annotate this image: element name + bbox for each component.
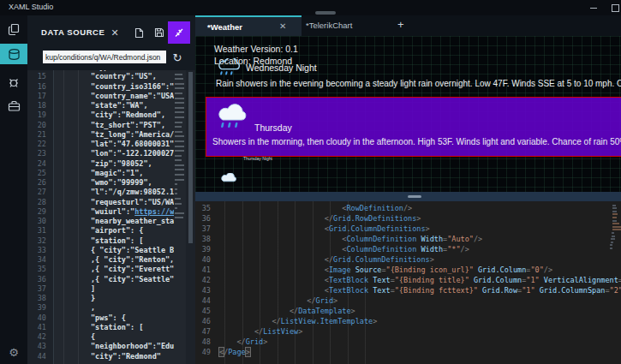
tab-telerikchart[interactable]: *TelerikChart (306, 21, 352, 30)
xaml-code-line[interactable]: 35 <RowDefinition/> (195, 203, 621, 213)
json-code-line[interactable]: 29"wuiurl":"https://ww (27, 207, 195, 217)
json-code-line[interactable]: 15"country":"US", (27, 72, 195, 81)
new-file-button[interactable] (132, 27, 146, 39)
data-url-input[interactable] (43, 51, 166, 63)
forecast-text: Showers in the morning, then cloudy in t… (212, 137, 621, 146)
bug-icon (8, 76, 20, 88)
tab-drag-indicator (315, 11, 336, 15)
refresh-button[interactable]: ↻ (170, 50, 185, 65)
json-code-line[interactable]: 16"country_iso3166":"US (27, 82, 195, 92)
close-panel-button[interactable]: ✕ (108, 27, 122, 39)
json-code-line[interactable]: 18"state":"WA", (27, 101, 195, 110)
json-code-line[interactable]: 30"nearby_weather_stat (27, 217, 195, 226)
scrollbar-thumb[interactable] (188, 72, 193, 243)
weather-list-item-selected[interactable]: Thursday Showers in the morning, then cl… (206, 97, 621, 157)
xaml-code-line[interactable]: 48 </Grid> (195, 337, 621, 347)
xaml-code-line[interactable]: 46 </ListView.ItemTemplate> (195, 316, 621, 326)
sidebar-item-data-source[interactable] (0, 44, 27, 64)
tab-bar: *Weather ✕ *TelerikChart + (195, 15, 621, 36)
xaml-code-line[interactable]: 43 <TextBlock Text="{Binding fcttext}" G… (195, 285, 621, 295)
refresh-icon: ↻ (173, 51, 182, 64)
json-code-line[interactable]: 33{ "city":"Seattle Bo (27, 246, 195, 255)
json-code-line[interactable]: 42{ (27, 332, 195, 342)
xaml-code-line[interactable]: 45 </DataTemplate> (195, 306, 621, 316)
settings-button[interactable]: ⚙ (0, 346, 27, 359)
panel-title: DATA SOURCE (41, 27, 105, 37)
xaml-code-line[interactable]: 37 <Grid.ColumnDefinitions> (195, 224, 621, 234)
rain-cloud-icon (219, 173, 238, 184)
weather-version-text: Weather Version: 0.1 (214, 44, 298, 54)
xaml-code-line[interactable]: 47 </ListView> (195, 326, 621, 337)
json-code-line[interactable]: 28"requesturl":"US/WA/ (27, 198, 195, 207)
title-bar: XAML Studio (0, 0, 621, 15)
tab-close-button[interactable]: ✕ (279, 21, 286, 31)
sidebar-item-debug[interactable] (0, 71, 27, 93)
xaml-minimap[interactable] (610, 203, 621, 297)
pane-splitter[interactable] (195, 192, 621, 201)
json-code-line[interactable]: 34,{ "city":"Renton", (27, 255, 195, 265)
json-code-line[interactable]: 23"lon":"-122.1200027 (27, 149, 195, 158)
xaml-code-editor[interactable]: 35 <RowDefinition/>36 </Grid.RowDefiniti… (195, 201, 621, 364)
json-code-line[interactable]: 17"country_name":"USA" (27, 92, 195, 101)
left-icon-rail: ⚙ (0, 15, 27, 364)
json-minimap[interactable] (174, 70, 185, 364)
xaml-code-line[interactable]: 41 <Image Source="{Binding icon_url}" Gr… (195, 265, 621, 275)
save-icon (154, 27, 164, 38)
briefcase-icon (8, 100, 21, 112)
rain-cloud-icon (215, 103, 249, 132)
forecast-title: Thursday (254, 122, 292, 133)
forecast-title: Thursday Night (243, 156, 272, 161)
json-code-line[interactable]: 44"city":"Redmond" (27, 352, 195, 361)
json-code-line[interactable]: 21"tz_long":"America/L (27, 130, 195, 140)
new-file-icon (134, 27, 144, 39)
xaml-code-line[interactable]: 38 <ColumnDefinition Width="Auto"/> (195, 234, 621, 244)
json-code-line[interactable]: 32"station": [ (27, 236, 195, 246)
tab-weather-label: *Weather (207, 22, 242, 32)
json-code-line[interactable]: 40"pws": { (27, 313, 195, 323)
json-editor[interactable]: 14"type":"CITY",15"country":"US",16"coun… (27, 70, 195, 364)
minimize-button[interactable] (583, 0, 604, 15)
json-code-line[interactable]: 43"neighborhood":"Educ (27, 342, 195, 351)
app-title: XAML Studio (9, 3, 53, 11)
splitter-grip-icon[interactable] (408, 195, 421, 198)
json-code-line[interactable]: 27"l":"/q/zmw:98052.1.9 (27, 188, 195, 197)
sidebar-item-toolbox[interactable] (0, 95, 27, 117)
new-tab-button[interactable]: + (397, 18, 404, 31)
xaml-studio-window: XAML Studio ⚙ DATA SOURCE ✕ ↻ (0, 0, 621, 364)
close-icon: ✕ (110, 27, 118, 39)
xaml-code-line[interactable]: 40 </Grid.ColumnDefinitions> (195, 254, 621, 265)
minimize-icon (590, 8, 597, 9)
json-code-line[interactable]: 35,{ "city":"Everett", (27, 265, 195, 274)
xaml-code[interactable]: 35 <RowDefinition/>36 </Grid.RowDefiniti… (195, 203, 621, 357)
sidebar-item-documents[interactable] (0, 18, 27, 40)
json-code-line[interactable]: 25"magic":"1", (27, 169, 195, 178)
maximize-button[interactable] (605, 0, 621, 15)
json-code-line[interactable]: 26"wmo":"99999", (27, 178, 195, 188)
data-source-panel: DATA SOURCE ✕ ↻ 14"type":"CITY",15"count… (27, 15, 195, 364)
json-code-line[interactable]: 31"airport": { (27, 226, 195, 236)
json-code-line[interactable]: 39, (27, 303, 195, 313)
json-code-line[interactable]: 20"tz_short":"PST", (27, 121, 195, 130)
json-code[interactable]: 14"type":"CITY",15"country":"US",16"coun… (27, 70, 195, 361)
editor-region: *Weather ✕ *TelerikChart + Weather Versi… (195, 15, 621, 364)
json-code-line[interactable]: 22"lat":"47.68000031", (27, 140, 195, 149)
json-code-line[interactable]: 37] (27, 284, 195, 294)
xaml-code-line[interactable]: 39 <ColumnDefinition Width="*"/> (195, 244, 621, 254)
database-icon (8, 48, 21, 61)
json-code-line[interactable]: 38} (27, 294, 195, 303)
xaml-code-line[interactable]: 44 </Grid> (195, 295, 621, 306)
xaml-code-line[interactable]: 36 </Grid.RowDefinitions> (195, 213, 621, 224)
json-scrollbar[interactable] (186, 70, 195, 364)
xaml-code-line[interactable]: 49</Page> (195, 347, 621, 357)
json-code-line[interactable]: 24"zip":"98052", (27, 159, 195, 169)
documents-icon (8, 23, 21, 36)
json-code-line[interactable]: 19"city":"Redmond", (27, 110, 195, 120)
save-button[interactable] (152, 27, 166, 39)
json-code-line[interactable]: 36,{ "city":"Seattle", (27, 275, 195, 284)
rain-cloud-icon (214, 58, 243, 77)
disconnect-button[interactable] (168, 21, 190, 44)
json-code-line[interactable]: 41"station": [ (27, 323, 195, 332)
tab-weather[interactable]: *Weather ✕ (195, 15, 302, 36)
xaml-preview-canvas[interactable]: Weather Version: 0.1 Location: Redmond W… (195, 36, 621, 192)
xaml-code-line[interactable]: 42 <TextBlock Text="{Binding title}" Gri… (195, 275, 621, 285)
